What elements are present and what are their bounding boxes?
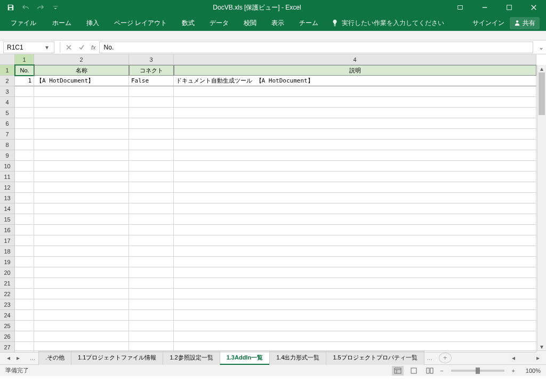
column-header[interactable]: 1 [15, 54, 34, 65]
cell[interactable] [34, 321, 129, 331]
row-header[interactable]: 18 [0, 246, 15, 257]
cell[interactable] [34, 129, 129, 140]
zoom-out-button[interactable]: − [440, 368, 443, 374]
cell[interactable] [15, 172, 34, 182]
page-break-view-button[interactable] [424, 366, 436, 375]
cell[interactable] [129, 214, 174, 225]
cell[interactable] [174, 289, 536, 299]
scroll-thumb[interactable] [539, 72, 545, 115]
sheet-tab[interactable]: 1.4出力形式一覧 [269, 351, 326, 365]
cell[interactable] [129, 108, 174, 118]
cell[interactable] [174, 331, 536, 342]
row-header[interactable]: 5 [0, 108, 15, 118]
cell[interactable] [174, 86, 536, 97]
cell[interactable] [129, 310, 174, 321]
cell[interactable] [174, 321, 536, 331]
cell[interactable] [174, 246, 536, 257]
cell[interactable] [34, 289, 129, 299]
cell[interactable] [34, 172, 129, 182]
row-header[interactable]: 10 [0, 161, 15, 172]
column-header[interactable]: 3 [129, 54, 174, 65]
row-header[interactable]: 26 [0, 331, 15, 342]
row-header[interactable]: 27 [0, 342, 15, 353]
cell[interactable] [174, 97, 536, 108]
tab-formulas[interactable]: 数式 [174, 15, 202, 31]
row-header[interactable]: 9 [0, 150, 15, 161]
cell[interactable] [174, 310, 536, 321]
cell[interactable] [174, 267, 536, 278]
cell[interactable] [15, 214, 34, 225]
cell[interactable] [174, 342, 536, 353]
cell[interactable] [15, 342, 34, 353]
cell[interactable] [15, 161, 34, 172]
cell[interactable] [34, 331, 129, 342]
row-header[interactable]: 15 [0, 214, 15, 225]
zoom-thumb[interactable] [476, 368, 480, 374]
cell[interactable] [129, 182, 174, 193]
cell[interactable] [15, 150, 34, 161]
cell[interactable] [129, 225, 174, 235]
cell[interactable] [15, 321, 34, 331]
cell[interactable] [15, 299, 34, 310]
cell[interactable] [129, 140, 174, 150]
row-header[interactable]: 2 [0, 76, 15, 86]
cell[interactable] [174, 235, 536, 246]
cell[interactable] [34, 225, 129, 235]
vertical-scrollbar[interactable]: ▴ ▾ [537, 65, 546, 350]
minimize-button[interactable] [472, 0, 497, 15]
cell[interactable] [129, 278, 174, 289]
cell[interactable] [174, 129, 536, 140]
maximize-button[interactable] [497, 0, 521, 15]
chevron-down-icon[interactable]: ▾ [43, 44, 51, 51]
sheet-tab[interactable]: 1.1プロジェクトファイル情報 [71, 351, 163, 365]
cell[interactable] [34, 203, 129, 214]
horizontal-scrollbar[interactable]: ◂ ▸ [510, 354, 542, 362]
enter-formula-button[interactable] [75, 42, 88, 53]
cell[interactable] [34, 150, 129, 161]
row-header[interactable]: 22 [0, 289, 15, 299]
ribbon-display-button[interactable] [448, 0, 472, 15]
tab-page-layout[interactable]: ページ レイアウト [107, 15, 174, 31]
cell[interactable] [174, 182, 536, 193]
cell[interactable] [34, 86, 129, 97]
cell[interactable] [34, 310, 129, 321]
row-header[interactable]: 24 [0, 310, 15, 321]
cell[interactable] [15, 267, 34, 278]
cell[interactable] [34, 161, 129, 172]
qat-customize[interactable] [49, 1, 62, 14]
row-header[interactable]: 20 [0, 267, 15, 278]
cell[interactable] [129, 193, 174, 203]
tab-overflow-right[interactable]: ... [424, 354, 436, 362]
select-all-corner[interactable] [0, 54, 15, 65]
cell[interactable] [129, 129, 174, 140]
row-header[interactable]: 19 [0, 257, 15, 267]
cell[interactable] [129, 257, 174, 267]
cell[interactable] [15, 246, 34, 257]
cell[interactable] [129, 97, 174, 108]
cell[interactable] [15, 140, 34, 150]
undo-button[interactable] [19, 1, 32, 14]
cell[interactable]: 名称 [34, 65, 129, 76]
sheet-tab[interactable]: 1.2参照設定一覧 [163, 351, 220, 365]
tab-team[interactable]: チーム [292, 15, 326, 31]
cell[interactable] [129, 172, 174, 182]
cell[interactable] [15, 193, 34, 203]
cell[interactable] [129, 342, 174, 353]
cell[interactable] [34, 182, 129, 193]
cell[interactable] [174, 278, 536, 289]
cell[interactable] [34, 299, 129, 310]
cell[interactable] [129, 289, 174, 299]
close-button[interactable] [521, 0, 546, 15]
cells-area[interactable]: No.名称コネクト説明1【A HotDocument】Falseドキュメント自動… [15, 65, 536, 353]
column-header[interactable]: 2 [34, 54, 129, 65]
cell[interactable] [15, 97, 34, 108]
cell[interactable] [129, 267, 174, 278]
cell[interactable] [15, 182, 34, 193]
cell[interactable] [174, 140, 536, 150]
row-header[interactable]: 12 [0, 182, 15, 193]
sheet-tab[interactable]: 1.5プロジェクトプロパティ一覧 [326, 351, 424, 365]
tab-review[interactable]: 校閲 [236, 15, 264, 31]
scroll-left-icon[interactable]: ◂ [510, 354, 517, 362]
fx-button[interactable]: fx [88, 44, 99, 51]
cell[interactable] [15, 108, 34, 118]
